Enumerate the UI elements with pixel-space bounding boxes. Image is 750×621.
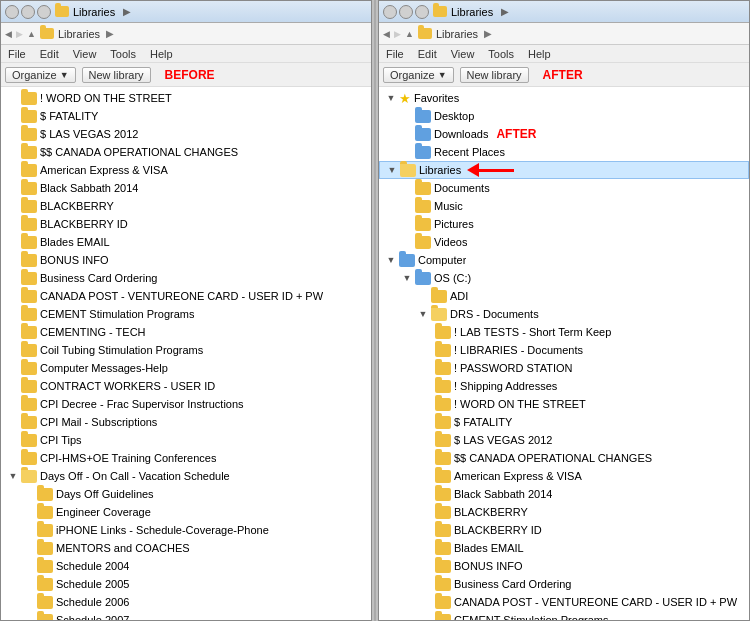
- left-menu-view[interactable]: View: [70, 48, 100, 60]
- list-item[interactable]: $ LAS VEGAS 2012: [379, 431, 749, 449]
- drs-expand[interactable]: ▼: [415, 306, 431, 322]
- list-item[interactable]: BONUS INFO: [1, 251, 371, 269]
- list-item[interactable]: CEMENTING - TECH: [1, 323, 371, 341]
- list-item[interactable]: CONTRACT WORKERS - USER ID: [1, 377, 371, 395]
- left-menu-file[interactable]: File: [5, 48, 29, 60]
- list-item[interactable]: ! WORD ON THE STREET: [1, 89, 371, 107]
- list-item[interactable]: American Express & VISA: [1, 161, 371, 179]
- list-item[interactable]: CANADA POST - VENTUREONE CARD - USER ID …: [1, 287, 371, 305]
- list-item[interactable]: $ FATALITY: [1, 107, 371, 125]
- list-item[interactable]: Business Card Ordering: [379, 575, 749, 593]
- right-nav-back[interactable]: ◀: [383, 29, 390, 39]
- list-item[interactable]: CPI Mail - Subscriptions: [1, 413, 371, 431]
- left-address-text[interactable]: Libraries: [58, 28, 100, 40]
- list-item[interactable]: MENTORS and COACHES: [1, 539, 371, 557]
- expand-icon[interactable]: ▼: [5, 468, 21, 484]
- list-item[interactable]: CANADA POST - VENTUREONE CARD - USER ID …: [379, 593, 749, 611]
- folder-icon: [435, 398, 451, 411]
- list-item[interactable]: CPI Tips: [1, 431, 371, 449]
- list-item[interactable]: BLACKBERRY: [1, 197, 371, 215]
- list-item[interactable]: Music: [379, 197, 749, 215]
- list-item[interactable]: $$ CANADA OPERATIONAL CHANGES: [1, 143, 371, 161]
- list-item[interactable]: Engineer Coverage: [1, 503, 371, 521]
- right-close-btn[interactable]: [383, 5, 397, 19]
- left-new-library-btn[interactable]: New library: [82, 67, 151, 83]
- list-item[interactable]: Computer Messages-Help: [1, 359, 371, 377]
- os-expand[interactable]: ▼: [399, 270, 415, 286]
- list-item[interactable]: Business Card Ordering: [1, 269, 371, 287]
- left-menu-tools[interactable]: Tools: [107, 48, 139, 60]
- list-item[interactable]: CPI-HMS+OE Training Conferences: [1, 449, 371, 467]
- drs-item[interactable]: ▼DRS - Documents: [379, 305, 749, 323]
- left-organize-btn[interactable]: Organize ▼: [5, 67, 76, 83]
- list-item[interactable]: BLACKBERRY ID: [379, 521, 749, 539]
- favorites-expand[interactable]: ▼: [383, 90, 399, 106]
- list-item[interactable]: Schedule 2005: [1, 575, 371, 593]
- list-item[interactable]: BONUS INFO: [379, 557, 749, 575]
- left-menu-edit[interactable]: Edit: [37, 48, 62, 60]
- right-organize-btn[interactable]: Organize ▼: [383, 67, 454, 83]
- item-label: BLACKBERRY: [454, 506, 528, 518]
- computer-expand[interactable]: ▼: [383, 252, 399, 268]
- list-item[interactable]: Schedule 2004: [1, 557, 371, 575]
- right-nav-forward[interactable]: ▶: [394, 29, 401, 39]
- list-item[interactable]: Pictures: [379, 215, 749, 233]
- list-item[interactable]: Black Sabbath 2014: [1, 179, 371, 197]
- list-item[interactable]: Coil Tubing Stimulation Programs: [1, 341, 371, 359]
- list-item[interactable]: $ LAS VEGAS 2012: [1, 125, 371, 143]
- list-item[interactable]: Black Sabbath 2014: [379, 485, 749, 503]
- list-item[interactable]: Documents: [379, 179, 749, 197]
- favorites-section-header[interactable]: ▼★Favorites: [379, 89, 749, 107]
- list-item[interactable]: Blades EMAIL: [379, 539, 749, 557]
- right-new-library-btn[interactable]: New library: [460, 67, 529, 83]
- right-menu-edit[interactable]: Edit: [415, 48, 440, 60]
- list-item[interactable]: Schedule 2007: [1, 611, 371, 620]
- right-min-btn[interactable]: [399, 5, 413, 19]
- list-item[interactable]: CEMENT Stimulation Programs: [379, 611, 749, 620]
- left-menu-help[interactable]: Help: [147, 48, 176, 60]
- list-item[interactable]: BLACKBERRY: [379, 503, 749, 521]
- list-item[interactable]: CEMENT Stimulation Programs: [1, 305, 371, 323]
- list-item[interactable]: Blades EMAIL: [1, 233, 371, 251]
- left-content[interactable]: ! WORD ON THE STREET$ FATALITY$ LAS VEGA…: [1, 87, 371, 620]
- left-max-btn[interactable]: [37, 5, 51, 19]
- list-item[interactable]: ! LIBRARIES - Documents: [379, 341, 749, 359]
- right-address-text[interactable]: Libraries: [436, 28, 478, 40]
- left-nav-back[interactable]: ◀: [5, 29, 12, 39]
- list-item[interactable]: DownloadsAFTER: [379, 125, 749, 143]
- list-item[interactable]: Videos: [379, 233, 749, 251]
- item-label: CEMENT Stimulation Programs: [454, 614, 608, 620]
- adi-item[interactable]: ADI: [379, 287, 749, 305]
- right-menu-help[interactable]: Help: [525, 48, 554, 60]
- list-item[interactable]: Recent Places: [379, 143, 749, 161]
- item-label: Schedule 2004: [56, 560, 129, 572]
- list-item[interactable]: iPHONE Links - Schedule-Coverage-Phone: [1, 521, 371, 539]
- left-nav-forward[interactable]: ▶: [16, 29, 23, 39]
- list-item[interactable]: CPI Decree - Frac Supervisor Instruction…: [1, 395, 371, 413]
- list-item[interactable]: ▼Days Off - On Call - Vacation Schedule: [1, 467, 371, 485]
- list-item[interactable]: $$ CANADA OPERATIONAL CHANGES: [379, 449, 749, 467]
- right-menu-file[interactable]: File: [383, 48, 407, 60]
- list-item[interactable]: $ FATALITY: [379, 413, 749, 431]
- left-close-btn[interactable]: [5, 5, 19, 19]
- libraries-expand[interactable]: ▼: [384, 162, 400, 178]
- right-menu-view[interactable]: View: [448, 48, 478, 60]
- left-min-btn[interactable]: [21, 5, 35, 19]
- list-item[interactable]: ! LAB TESTS - Short Term Keep: [379, 323, 749, 341]
- list-item[interactable]: American Express & VISA: [379, 467, 749, 485]
- right-max-btn[interactable]: [415, 5, 429, 19]
- list-item[interactable]: Days Off Guidelines: [1, 485, 371, 503]
- list-item[interactable]: Desktop: [379, 107, 749, 125]
- list-item[interactable]: ! Shipping Addresses: [379, 377, 749, 395]
- left-nav-up[interactable]: ▲: [27, 29, 36, 39]
- right-menu-tools[interactable]: Tools: [485, 48, 517, 60]
- list-item[interactable]: BLACKBERRY ID: [1, 215, 371, 233]
- libraries-section-header[interactable]: ▼Libraries: [379, 161, 749, 179]
- os-drive-item[interactable]: ▼OS (C:): [379, 269, 749, 287]
- list-item[interactable]: Schedule 2006: [1, 593, 371, 611]
- list-item[interactable]: ! WORD ON THE STREET: [379, 395, 749, 413]
- right-nav-up[interactable]: ▲: [405, 29, 414, 39]
- list-item[interactable]: ! PASSWORD STATION: [379, 359, 749, 377]
- computer-section-header[interactable]: ▼Computer: [379, 251, 749, 269]
- right-content[interactable]: ▼★FavoritesDesktopDownloadsAFTERRecent P…: [379, 87, 749, 620]
